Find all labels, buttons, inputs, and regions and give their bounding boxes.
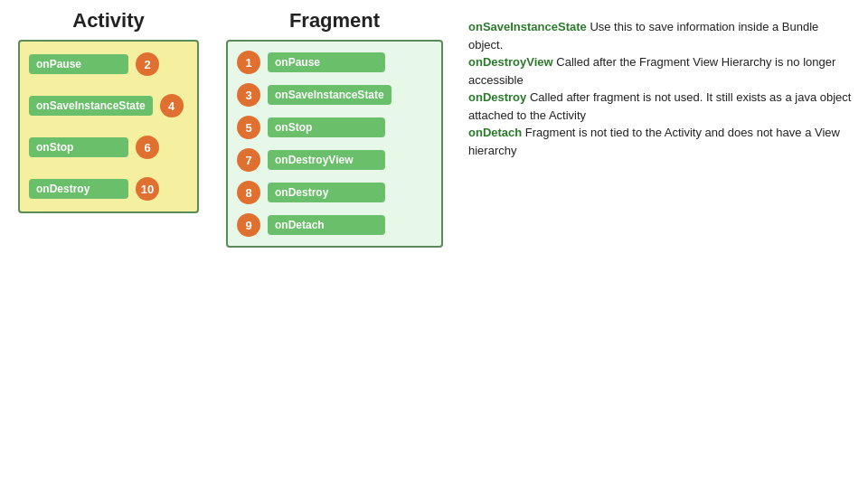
list-item: 5 onStop bbox=[237, 116, 432, 139]
list-item: onStop 6 bbox=[29, 136, 188, 159]
fragment-lifecycle-label: onDestroy bbox=[268, 183, 385, 202]
step-badge: 1 bbox=[237, 51, 260, 74]
step-badge: 7 bbox=[237, 148, 260, 172]
activity-lifecycle-label: onStop bbox=[29, 137, 128, 157]
list-item: onSaveInstanceState 4 bbox=[29, 94, 188, 117]
step-badge: 3 bbox=[237, 83, 260, 107]
highlight-text: onDestroyView bbox=[468, 55, 553, 69]
step-badge: 4 bbox=[160, 94, 184, 117]
fragment-column: Fragment 1 onPause 3 onSaveInstanceState… bbox=[217, 9, 452, 479]
activity-lifecycle-label: onPause bbox=[29, 54, 128, 74]
list-item: 8 onDestroy bbox=[237, 181, 432, 204]
fragment-lifecycle-label: onSaveInstanceState bbox=[268, 85, 392, 105]
highlight-text: onDestroy bbox=[468, 90, 526, 104]
activity-lifecycle-label: onDestroy bbox=[29, 179, 128, 199]
description-column: onSaveInstanceState Use this to save inf… bbox=[461, 9, 859, 479]
step-badge: 8 bbox=[237, 181, 260, 204]
list-item: onDestroy 10 bbox=[29, 177, 188, 201]
list-item: 9 onDetach bbox=[237, 213, 432, 237]
desc-text: Called after fragment is not used. It st… bbox=[468, 90, 851, 122]
fragment-box: 1 onPause 3 onSaveInstanceState 5 onStop… bbox=[226, 40, 443, 248]
step-badge: 6 bbox=[136, 136, 159, 159]
fragment-title: Fragment bbox=[289, 9, 380, 33]
activity-box: onPause 2 onSaveInstanceState 4 onStop 6… bbox=[18, 40, 199, 213]
fragment-lifecycle-label: onPause bbox=[268, 52, 385, 72]
list-item: onPause 2 bbox=[29, 52, 188, 76]
main-container: Activity onPause 2 onSaveInstanceState 4… bbox=[9, 9, 859, 479]
highlight-text: onSaveInstanceState bbox=[468, 20, 587, 33]
step-badge: 5 bbox=[237, 116, 260, 139]
list-item: 1 onPause bbox=[237, 51, 432, 74]
step-badge: 10 bbox=[136, 177, 159, 201]
activity-lifecycle-label: onSaveInstanceState bbox=[29, 96, 153, 116]
activity-title: Activity bbox=[72, 9, 144, 33]
desc-text: Fragment is not tied to the Activity and… bbox=[468, 126, 840, 157]
fragment-lifecycle-label: onDestroyView bbox=[268, 150, 385, 170]
highlight-text: onDetach bbox=[468, 126, 522, 139]
step-badge: 9 bbox=[237, 213, 260, 237]
step-badge: 2 bbox=[136, 52, 159, 76]
list-item: 7 onDestroyView bbox=[237, 148, 432, 172]
activity-column: Activity onPause 2 onSaveInstanceState 4… bbox=[9, 9, 208, 479]
fragment-lifecycle-label: onDetach bbox=[268, 215, 385, 235]
list-item: 3 onSaveInstanceState bbox=[237, 83, 432, 107]
fragment-lifecycle-label: onStop bbox=[268, 117, 385, 137]
